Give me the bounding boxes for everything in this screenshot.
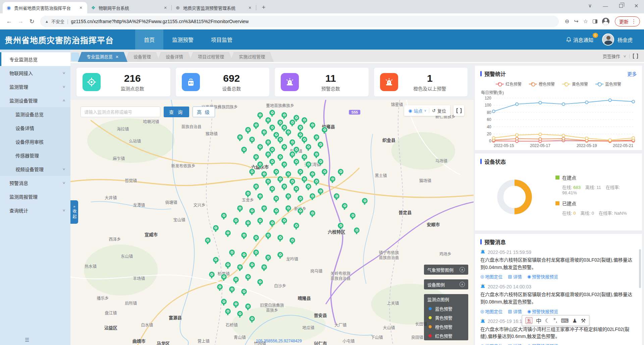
collapse-icon[interactable]: ∧ [460, 267, 465, 272]
punctuation-key[interactable]: °, [553, 318, 557, 324]
monitor-point-marker[interactable]: ✿ [209, 272, 215, 277]
monitor-point-marker[interactable]: ✿ [241, 232, 247, 238]
monitor-point-marker[interactable]: ✿ [249, 208, 255, 214]
monitor-point-marker[interactable]: ✿ [302, 154, 307, 160]
sidebar-item-监测设备管理[interactable]: 监测设备管理∧ [0, 93, 70, 107]
monitor-point-marker[interactable]: ✿ [273, 196, 279, 201]
page-tab-设备详情[interactable]: 设备详情 [157, 52, 192, 62]
forward-icon[interactable]: → [15, 16, 25, 26]
monitor-point-marker[interactable]: ✿ [237, 134, 243, 140]
scrollbar-thumb[interactable] [639, 249, 641, 288]
monitor-point-marker[interactable]: ✿ [257, 193, 263, 199]
browser-tab[interactable]: ❖物联网平台系统× [87, 2, 172, 13]
monitor-point-marker[interactable]: ✿ [253, 154, 259, 160]
user-menu[interactable]: 杨金虎 [602, 33, 633, 46]
monitor-point-marker[interactable]: ✿ [257, 218, 263, 223]
monitor-point-marker[interactable]: ✿ [293, 186, 299, 192]
monitor-point-marker[interactable]: ✿ [289, 237, 295, 243]
monitor-point-marker[interactable]: ✿ [257, 279, 263, 285]
account-key[interactable]: ♟ [572, 318, 577, 324]
monitor-point-marker[interactable]: ✿ [306, 161, 311, 167]
monitor-point-marker[interactable]: ✿ [249, 169, 255, 175]
sidebar-item-视频设备管理[interactable]: 视频设备管理∨ [0, 162, 70, 176]
monitor-point-marker[interactable]: ✿ [253, 250, 259, 255]
message-link-详情[interactable]: ▤详情 [508, 343, 522, 345]
monitor-point-marker[interactable]: ✿ [213, 225, 219, 231]
select-area-button[interactable] [453, 105, 464, 116]
monitor-point-marker[interactable]: ✿ [221, 213, 227, 218]
map[interactable]: 兴发苗族彝族回族乡董地苗族彝族乡锦星镇新仁苗族乡哈喇河镇苗族自治县海拉镇猴场镇纳… [70, 100, 474, 345]
page-tab-实施过程管理[interactable]: 实施过程管理 [230, 52, 274, 62]
browser-tab[interactable]: ⊕地质灾害监测预警管理系统× [172, 2, 256, 13]
monitor-point-marker[interactable]: ✿ [302, 176, 307, 182]
monitor-point-marker[interactable]: ✿ [261, 171, 267, 177]
monitor-point-marker[interactable]: ✿ [269, 125, 275, 130]
monitor-point-marker[interactable]: ✿ [269, 147, 275, 152]
monitor-point-marker[interactable]: ✿ [298, 125, 303, 130]
monitor-point-marker[interactable]: ✿ [253, 122, 259, 128]
message-link-预警快报预览[interactable]: ◉预警快报预览 [527, 308, 558, 315]
monitor-point-marker[interactable]: ✿ [306, 184, 311, 189]
advanced-button[interactable]: 高 级 [193, 107, 215, 117]
monitor-point-marker[interactable]: ✿ [269, 186, 275, 192]
reload-icon[interactable]: ↻ [27, 16, 37, 26]
monitor-point-marker[interactable]: ✿ [334, 193, 339, 199]
window-close-icon[interactable]: × [629, 0, 644, 11]
nav-item-监测预警[interactable]: 监测预警 [163, 29, 202, 50]
sidebar-item-预警消息[interactable]: 预警消息∨ [0, 176, 70, 190]
monitor-point-marker[interactable]: ✿ [273, 208, 279, 214]
monitor-point-marker[interactable]: ✿ [330, 176, 335, 182]
monitor-point-marker[interactable]: ✿ [289, 139, 295, 145]
close-icon[interactable]: × [78, 5, 84, 11]
browser-tab[interactable]: ◉贵州省地质灾害防治指挥平台× [3, 2, 87, 13]
message-link-预警快报预览[interactable]: ◉预警快报预览 [527, 273, 558, 280]
monitor-point-marker[interactable]: ✿ [221, 274, 227, 280]
monitor-point-marker[interactable]: ✿ [241, 289, 247, 294]
close-icon[interactable]: ✕ [115, 52, 119, 62]
monitor-point-marker[interactable]: ✿ [237, 311, 243, 317]
notifications-button[interactable]: 消息通知 0 [566, 36, 593, 43]
wubi-key[interactable]: 五 [526, 317, 532, 324]
monitor-point-marker[interactable]: ✿ [265, 255, 271, 260]
monitor-point-marker[interactable]: ✿ [221, 299, 227, 304]
site-dropdown[interactable]: ◉ 站点 ∨ [408, 108, 426, 114]
monitor-point-marker[interactable]: ✿ [293, 223, 299, 228]
message-link-详情[interactable]: ▤详情 [508, 273, 522, 280]
collapse-icon[interactable]: ∧ [460, 282, 465, 287]
sidebar-item-专业监测总览[interactable]: 专业监测总览 [0, 52, 70, 66]
monitor-point-marker[interactable]: ✿ [285, 193, 291, 199]
message-link-预警快报预览[interactable]: ◉预警快报预览 [527, 343, 558, 345]
monitor-point-marker[interactable]: ✿ [285, 171, 291, 177]
monitor-point-marker[interactable]: ✿ [245, 127, 251, 133]
monitor-point-marker[interactable]: ✿ [265, 232, 271, 238]
monitor-point-marker[interactable]: ✿ [249, 316, 255, 322]
chinese-mode-key[interactable]: 中 [536, 317, 541, 325]
sidebar-item-设备详情[interactable]: 设备详情 [0, 121, 70, 135]
message-link-地图定位[interactable]: ◎地图定位 [480, 273, 502, 280]
monitor-point-marker[interactable]: ✿ [269, 110, 275, 116]
search-button[interactable]: 查 询 [164, 107, 189, 117]
monitor-point-marker[interactable]: ✿ [205, 237, 211, 243]
monitor-point-marker[interactable]: ✿ [293, 147, 299, 152]
window-menu-icon[interactable]: ∨ [582, 0, 598, 11]
tab-scroll-button[interactable] [71, 53, 79, 61]
sidebar-item-设备停用审核[interactable]: 设备停用审核 [0, 135, 70, 148]
monitor-point-marker[interactable]: ✿ [281, 184, 287, 189]
monitor-point-marker[interactable]: ✿ [233, 277, 239, 282]
monitor-point-marker[interactable]: ✿ [273, 132, 279, 138]
more-link[interactable]: 更多 [627, 70, 637, 77]
page-tab-专业监测总览[interactable]: 专业监测总览✕ [78, 52, 127, 62]
nav-item-首页[interactable]: 首页 [135, 29, 163, 50]
bookmark-star-icon[interactable]: ☆ [583, 18, 588, 24]
sidebar-item-物联网接入[interactable]: 物联网接入∨ [0, 66, 70, 80]
monitor-point-marker[interactable]: ✿ [265, 139, 271, 145]
monitor-point-marker[interactable]: ✿ [245, 303, 251, 309]
reset-button[interactable]: ↺ 复位 [432, 108, 446, 114]
message-link-地图定位[interactable]: ◎地图定位 [480, 308, 502, 315]
monitor-point-marker[interactable]: ✿ [233, 301, 239, 307]
settings-key[interactable]: ⚒ [581, 318, 586, 324]
monitor-point-marker[interactable]: ✿ [310, 193, 315, 199]
monitor-point-marker[interactable]: ✿ [273, 169, 279, 175]
monitor-point-marker[interactable]: ✿ [338, 169, 343, 175]
monitor-point-marker[interactable]: ✿ [281, 125, 287, 130]
